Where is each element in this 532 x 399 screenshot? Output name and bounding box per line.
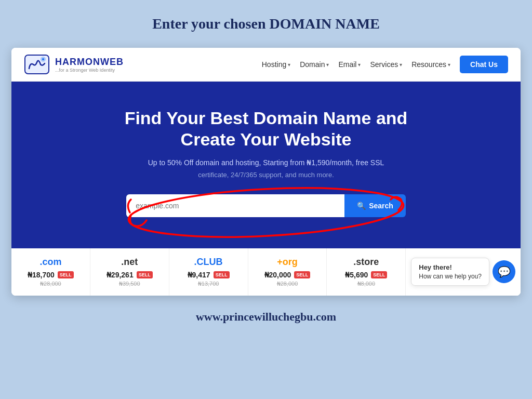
chat-us-button[interactable]: Chat Us	[460, 56, 508, 73]
nav-services[interactable]: Services ▾	[370, 60, 402, 69]
chevron-down-icon: ▾	[448, 62, 450, 68]
search-icon: 🔍	[357, 202, 366, 210]
logo-text-area: HARMONWEB ...for a Stronger Web Identity	[55, 57, 124, 73]
domain-card-club[interactable]: .CLUB ₦9,417 SELL ₦13,700	[169, 248, 248, 296]
domain-card-org[interactable]: +org ₦20,000 SELL ₦28,000	[248, 248, 327, 296]
logo-brand: HARMONWEB	[55, 57, 124, 68]
nav-email[interactable]: Email ▾	[338, 60, 361, 69]
bottom-url: www.princewilluchegbu.com	[196, 310, 336, 324]
domain-cards-row: .com ₦18,700 SELL ₦28,000 .net ₦29,261 S…	[11, 248, 521, 296]
search-area: 🔍 Search	[126, 194, 406, 217]
logo-area: HARMONWEB ...for a Stronger Web Identity	[24, 54, 124, 75]
chevron-down-icon: ▾	[358, 62, 361, 68]
domain-card-store[interactable]: .store ₦5,690 SELL ₦8,000	[327, 248, 405, 296]
chat-popup: Hey there! How can we help you?	[411, 258, 489, 286]
svg-point-2	[42, 58, 44, 60]
nav-domain[interactable]: Domain ▾	[300, 60, 329, 69]
chat-popup-message: How can we help you?	[419, 273, 482, 280]
hero-section: Find Your Best Domain Name and Create Yo…	[11, 82, 521, 248]
hero-title: Find Your Best Domain Name and Create Yo…	[32, 108, 500, 150]
hero-subtitle2: certificate, 24/7/365 support, and much …	[32, 171, 500, 179]
chevron-down-icon: ▾	[400, 62, 402, 68]
domain-cards-main: .com ₦18,700 SELL ₦28,000 .net ₦29,261 S…	[11, 248, 405, 296]
chevron-down-icon: ▾	[288, 62, 290, 68]
chat-popup-greeting: Hey there!	[419, 263, 482, 271]
page-top-title: Enter your chosen DOMAIN NAME	[152, 16, 380, 32]
domain-card-com[interactable]: .com ₦18,700 SELL ₦28,000	[11, 248, 90, 296]
browser-frame: HARMONWEB ...for a Stronger Web Identity…	[11, 48, 521, 296]
chat-icon: 💬	[498, 265, 511, 278]
chat-bubble-icon[interactable]: 💬	[493, 260, 515, 283]
nav-resources[interactable]: Resources ▾	[411, 60, 450, 69]
navbar: HARMONWEB ...for a Stronger Web Identity…	[11, 48, 521, 82]
domain-card-net[interactable]: .net ₦29,261 SELL ₦39,500	[90, 248, 169, 296]
search-button[interactable]: 🔍 Search	[344, 194, 406, 217]
nav-hosting[interactable]: Hosting ▾	[262, 60, 290, 69]
domain-search-input[interactable]	[126, 194, 344, 217]
logo-tagline: ...for a Stronger Web Identity	[55, 68, 124, 73]
nav-links: Hosting ▾ Domain ▾ Email ▾ Services ▾ Re…	[262, 56, 508, 73]
search-section: 🔍 Search	[32, 194, 500, 228]
hero-subtitle: Up to 50% Off domain and hosting, Starti…	[32, 158, 500, 167]
chevron-down-icon: ▾	[326, 62, 329, 68]
chat-widget-area: Hey there! How can we help you? 💬	[405, 248, 521, 296]
logo-icon	[24, 54, 50, 75]
